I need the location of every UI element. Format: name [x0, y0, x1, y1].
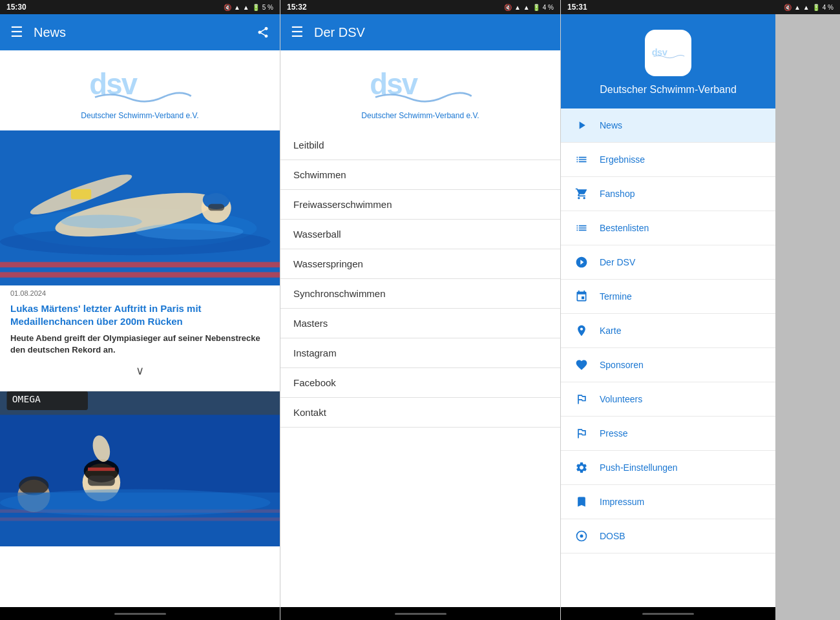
- overlay-side[interactable]: [775, 14, 840, 620]
- news-title-1[interactable]: Lukas Märtens' letzter Auftritt in Paris…: [0, 300, 280, 333]
- drawer-label-dosb: DOSB: [600, 531, 625, 541]
- wifi-icon-2: ▲: [514, 4, 521, 11]
- ergebnisse-icon: [574, 152, 589, 167]
- drawer-item-news[interactable]: News: [561, 108, 775, 143]
- derdsv-icon: [574, 254, 589, 270]
- drawer-item-presse[interactable]: Presse: [561, 417, 775, 451]
- share-button[interactable]: [257, 26, 269, 39]
- drawer-label-derdsv: Der DSV: [600, 257, 635, 267]
- drawer-label-karte: Karte: [600, 326, 621, 336]
- drawer-item-ergebnisse[interactable]: Ergebnisse: [561, 143, 775, 177]
- drawer-item-karte[interactable]: Karte: [561, 314, 775, 348]
- status-bar-1: 15:30 🔇 ▲ ▲ 🔋 5 %: [0, 0, 280, 14]
- dsv-logo-2: dsv: [362, 63, 479, 108]
- status-bar-2: 15:32 🔇 ▲ ▲ 🔋 4 %: [280, 0, 560, 14]
- home-indicator-2: [395, 613, 446, 615]
- mute-icon: 🔇: [224, 4, 231, 11]
- drawer-app-icon: dsv: [645, 30, 691, 76]
- mute-icon-2: 🔇: [504, 4, 512, 11]
- drawer-label-bestenlisten: Bestenlisten: [600, 223, 649, 233]
- svg-point-28: [0, 490, 270, 517]
- menu-item-kontakt[interactable]: Kontakt: [280, 398, 560, 428]
- app-bar-title-2: Der DSV: [314, 25, 550, 40]
- drawer-item-volunteers[interactable]: Volunteers: [561, 382, 775, 417]
- bottom-nav-1: [0, 607, 280, 620]
- menu-item-schwimmen[interactable]: Schwimmen: [280, 160, 560, 190]
- impressum-icon: [574, 494, 589, 510]
- drawer-item-dosb[interactable]: DOSB: [561, 519, 775, 553]
- menu-item-facebook[interactable]: Facebook: [280, 368, 560, 398]
- drawer-item-termine[interactable]: Termine: [561, 280, 775, 314]
- status-icons-1: 🔇 ▲ ▲ 🔋 5 %: [224, 4, 273, 11]
- drawer-panel: dsv Deutscher Schwimm-Verband News: [561, 14, 775, 620]
- news-nav-icon: [574, 118, 589, 133]
- svg-rect-10: [208, 204, 224, 211]
- chevron-down-icon[interactable]: ∨: [0, 361, 280, 386]
- menu-button-1[interactable]: ☰: [10, 24, 23, 41]
- drawer-item-sponsoren[interactable]: Sponsoren: [561, 348, 775, 382]
- der-dsv-menu: Leitbild Schwimmen Freiwasserschwimmen W…: [280, 130, 560, 607]
- news-date-1: 01.08.2024: [0, 285, 280, 300]
- news-item-1[interactable]: 01.08.2024 Lukas Märtens' letzter Auftri…: [0, 130, 280, 391]
- svg-rect-23: [88, 468, 115, 471]
- mute-icon-3: 🔇: [784, 4, 792, 11]
- battery-icon: 🔋: [252, 4, 260, 11]
- signal-icon: ▲: [243, 4, 249, 11]
- news-content[interactable]: 01.08.2024 Lukas Märtens' letzter Auftri…: [0, 130, 280, 607]
- home-indicator-1: [114, 613, 166, 615]
- drawer-label-sponsoren: Sponsoren: [600, 360, 644, 370]
- panel-news: 15:30 🔇 ▲ ▲ 🔋 5 % ☰ News dsv Deuts: [0, 0, 280, 620]
- drawer-item-push[interactable]: Push-Einstellungen: [561, 451, 775, 485]
- status-icons-3: 🔇 ▲ ▲ 🔋 4 %: [784, 4, 834, 11]
- time-2: 15:32: [287, 3, 307, 12]
- fanshop-icon: [574, 186, 589, 202]
- drawer-label-push: Push-Einstellungen: [600, 462, 678, 473]
- menu-item-freiwasser[interactable]: Freiwasserschwimmen: [280, 190, 560, 220]
- menu-item-leitbild[interactable]: Leitbild: [280, 130, 560, 160]
- drawer-org-name: Deutscher Schwimm-Verband: [600, 84, 737, 96]
- push-icon: [574, 460, 589, 475]
- app-bar-2: ☰ Der DSV: [280, 14, 560, 50]
- bottom-nav-2: [280, 607, 560, 620]
- dosb-icon: [574, 528, 589, 544]
- drawer-item-impressum[interactable]: Impressum: [561, 485, 775, 519]
- menu-item-synchron[interactable]: Synchronschwimmen: [280, 279, 560, 309]
- battery-icon-2: 🔋: [532, 4, 540, 11]
- drawer-label-termine: Termine: [600, 291, 632, 302]
- battery-pct-1: 5 %: [262, 4, 273, 11]
- svg-point-12: [61, 214, 142, 228]
- dsv-logo-1: dsv: [82, 63, 198, 108]
- menu-item-masters[interactable]: Masters: [280, 309, 560, 338]
- drawer-label-presse: Presse: [600, 428, 628, 439]
- drawer-item-bestenlisten[interactable]: Bestenlisten: [561, 211, 775, 245]
- menu-button-2[interactable]: ☰: [291, 24, 304, 41]
- time-3: 15:31: [567, 3, 587, 12]
- status-icons-2: 🔇 ▲ ▲ 🔋 4 %: [504, 4, 554, 11]
- bottom-nav-3: [561, 607, 775, 620]
- news-item-2[interactable]: OMEGA: [0, 391, 280, 552]
- logo-area-1: dsv Deutscher Schwimm-Verband e.V.: [0, 50, 280, 130]
- svg-rect-2: [0, 262, 280, 267]
- signal-icon-2: ▲: [523, 4, 530, 11]
- panel-der-dsv: 15:32 🔇 ▲ ▲ 🔋 4 % ☰ Der DSV dsv Deutsche…: [280, 0, 561, 620]
- sponsoren-icon: [574, 357, 589, 373]
- termine-icon: [574, 289, 589, 304]
- dsv-subtitle-1: Deutscher Schwimm-Verband e.V.: [81, 111, 198, 120]
- menu-item-wasserball[interactable]: Wasserball: [280, 220, 560, 249]
- battery-icon-3: 🔋: [812, 4, 820, 11]
- menu-item-wasserspringen[interactable]: Wasserspringen: [280, 249, 560, 279]
- drawer-label-news: News: [600, 120, 622, 130]
- app-bar-title-1: News: [34, 25, 246, 40]
- battery-pct-2: 4 %: [543, 4, 554, 11]
- news-image-2: OMEGA: [0, 391, 280, 546]
- presse-icon: [574, 426, 589, 441]
- drawer-item-fanshop[interactable]: Fanshop: [561, 177, 775, 211]
- drawer-label-volunteers: Volunteers: [600, 394, 642, 404]
- menu-item-instagram[interactable]: Instagram: [280, 338, 560, 368]
- drawer-item-derdsv[interactable]: Der DSV: [561, 245, 775, 280]
- status-bar-3: 15:31 🔇 ▲ ▲ 🔋 4 %: [561, 0, 840, 14]
- wifi-icon: ▲: [234, 4, 240, 11]
- drawer-inner: dsv Deutscher Schwimm-Verband News: [561, 14, 840, 620]
- svg-point-25: [19, 477, 48, 495]
- svg-rect-11: [71, 189, 91, 200]
